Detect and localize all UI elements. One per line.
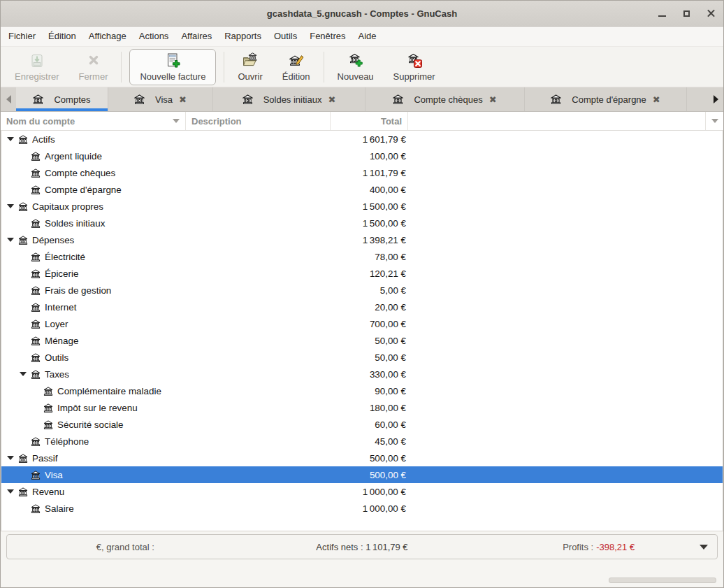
tab-soldes-initiaux[interactable]: Soldes initiaux ✖: [213, 87, 365, 111]
tab-close-icon[interactable]: ✖: [328, 94, 335, 105]
bank-icon: [31, 471, 41, 480]
account-row[interactable]: Dépenses1 398,21 €: [1, 231, 723, 248]
save-button[interactable]: Enregistrer: [5, 50, 69, 85]
account-row[interactable]: Téléphone45,00 €: [1, 433, 723, 450]
new-account-button[interactable]: Nouveau: [328, 50, 384, 85]
expander-icon[interactable]: [7, 489, 14, 494]
column-header-description[interactable]: Description: [186, 112, 331, 130]
new-account-icon: [347, 52, 364, 69]
account-name: Internet: [45, 302, 76, 313]
toolbar-button-label: Enregistrer: [15, 71, 59, 82]
menu-aide[interactable]: Aide: [352, 27, 383, 46]
account-row[interactable]: Épicerie120,21 €: [1, 265, 723, 282]
menu-fichier[interactable]: Fichier: [2, 27, 42, 46]
account-total: 700,00 €: [370, 319, 406, 329]
chevron-down-icon[interactable]: [700, 545, 708, 550]
delete-account-button[interactable]: Supprimer: [384, 50, 445, 85]
account-row[interactable]: Soldes initiaux1 500,00 €: [1, 215, 723, 231]
summary-bar[interactable]: €, grand total : Actifs nets : 1 101,79 …: [6, 534, 718, 559]
bank-icon: [43, 420, 53, 429]
tab-compte-cheques[interactable]: Compte chèques ✖: [365, 87, 525, 111]
bank-icon: [31, 353, 41, 362]
account-total: 1 000,00 €: [363, 487, 406, 497]
account-row[interactable]: Actifs1 601,79 €: [1, 131, 723, 148]
profits-amount: -398,21 €: [596, 542, 635, 552]
account-row[interactable]: Ménage50,00 €: [1, 332, 723, 349]
column-header-name[interactable]: Nom du compte: [1, 112, 186, 130]
account-name: Électricité: [45, 252, 85, 262]
close-icon: [85, 52, 102, 69]
expander-icon[interactable]: [20, 372, 27, 376]
tab-close-icon[interactable]: ✖: [489, 94, 497, 105]
account-row[interactable]: Sécurité sociale60,00 €: [1, 416, 723, 433]
account-row[interactable]: Internet20,00 €: [1, 299, 723, 315]
titlebar[interactable]: gcashdata_5.gnucash - Comptes - GnuCash: [1, 1, 723, 27]
account-name: Impôt sur le revenu: [57, 403, 138, 413]
account-row[interactable]: Taxes330,00 €: [1, 366, 723, 382]
column-header-total[interactable]: Total: [331, 112, 408, 130]
account-row[interactable]: Outils50,00 €: [1, 349, 723, 366]
account-total: 45,00 €: [375, 436, 406, 447]
tab-scroll-right[interactable]: [708, 87, 723, 111]
bank-icon: [18, 454, 28, 463]
bank-icon: [31, 286, 41, 295]
account-row[interactable]: Compte chèques1 101,79 €: [1, 164, 723, 181]
expander-icon[interactable]: [7, 137, 14, 141]
close-tab-button[interactable]: Fermer: [69, 50, 118, 85]
toolbar-button-label: Fermer: [79, 71, 108, 82]
menu-edition[interactable]: Édition: [42, 27, 82, 46]
account-row[interactable]: Impôt sur le revenu180,00 €: [1, 399, 723, 416]
menu-rapports[interactable]: Rapports: [218, 27, 268, 46]
account-name: Téléphone: [45, 436, 89, 447]
account-total: 1 500,00 €: [363, 218, 406, 229]
expander-icon[interactable]: [7, 456, 14, 460]
account-name: Actifs: [32, 134, 55, 145]
tab-visa[interactable]: Visa ✖: [108, 87, 213, 111]
account-name: Épicerie: [45, 268, 78, 279]
account-row[interactable]: Passif500,00 €: [1, 450, 723, 466]
toolbar: Enregistrer Fermer Nouvelle facture Ouvr…: [1, 47, 723, 87]
tab-scroll-left[interactable]: [1, 87, 16, 111]
minimize-icon[interactable]: [656, 7, 669, 20]
close-icon[interactable]: [704, 7, 718, 20]
account-row[interactable]: Loyer700,00 €: [1, 315, 723, 332]
account-row[interactable]: Capitaux propres1 500,00 €: [1, 198, 723, 215]
tab-label: Comptes: [54, 94, 90, 105]
column-selector-button[interactable]: [705, 112, 723, 130]
account-row[interactable]: Électricité78,00 €: [1, 248, 723, 265]
account-row-selected[interactable]: Visa500,00 €: [1, 466, 723, 483]
expander-icon[interactable]: [7, 238, 14, 242]
bank-icon: [31, 252, 41, 261]
account-name: Dépenses: [32, 235, 74, 245]
menu-fenetres[interactable]: Fenêtres: [303, 27, 352, 46]
accounts-tree: Actifs1 601,79 € Argent liquide100,00 € …: [1, 131, 723, 535]
expander-icon[interactable]: [7, 204, 14, 208]
gnucash-window: gcashdata_5.gnucash - Comptes - GnuCash …: [0, 0, 724, 588]
tab-close-icon[interactable]: ✖: [653, 94, 660, 105]
column-label: Description: [191, 116, 242, 127]
bank-icon: [18, 487, 28, 496]
tab-comptes[interactable]: Comptes: [16, 87, 108, 111]
account-row[interactable]: Frais de gestion5,00 €: [1, 282, 723, 299]
account-row[interactable]: Salaire1 000,00 €: [1, 500, 723, 517]
menu-affaires[interactable]: Affaires: [175, 27, 218, 46]
tab-close-icon[interactable]: ✖: [179, 94, 187, 105]
open-account-button[interactable]: Ouvrir: [228, 50, 272, 85]
account-name: Sécurité sociale: [57, 420, 124, 430]
tab-compte-epargne[interactable]: Compte d'épargne ✖: [525, 87, 687, 111]
bank-icon: [31, 320, 41, 329]
profits-value: Profits :-398,21 €: [480, 542, 717, 552]
account-row[interactable]: Revenu1 000,00 €: [1, 483, 723, 500]
chevron-left-icon: [6, 95, 11, 103]
menu-outils[interactable]: Outils: [268, 27, 303, 46]
account-row[interactable]: Argent liquide100,00 €: [1, 148, 723, 164]
new-invoice-button[interactable]: Nouvelle facture: [129, 49, 216, 85]
account-row[interactable]: Complémentaire maladie90,00 €: [1, 382, 723, 399]
menu-affichage[interactable]: Affichage: [82, 27, 133, 46]
toolbar-separator: [121, 52, 122, 83]
menu-actions[interactable]: Actions: [133, 27, 175, 46]
edit-account-button[interactable]: Édition: [273, 50, 320, 85]
account-row[interactable]: Compte d'épargne400,00 €: [1, 181, 723, 198]
maximize-icon[interactable]: [680, 7, 693, 20]
account-total: 500,00 €: [370, 453, 406, 464]
